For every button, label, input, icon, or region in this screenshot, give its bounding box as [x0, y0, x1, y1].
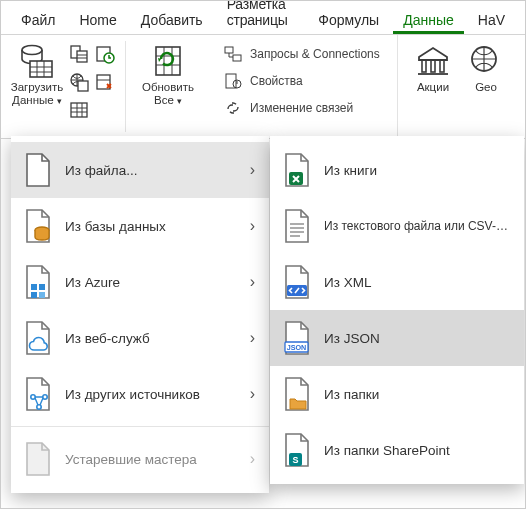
menu-from-other[interactable]: Из других источников › — [11, 366, 269, 422]
svg-rect-1 — [30, 61, 52, 77]
svg-rect-27 — [233, 55, 241, 61]
submenu-csv-label: Из текстового файла или CSV-файла — [324, 219, 510, 233]
tab-home[interactable]: Home — [69, 6, 126, 34]
submenu-json-label: Из JSON — [324, 331, 510, 346]
svg-rect-38 — [39, 284, 45, 290]
file-grey-icon — [21, 440, 55, 478]
svg-rect-39 — [31, 292, 37, 298]
submenu-xml-label: Из XML — [324, 275, 510, 290]
svg-rect-31 — [422, 60, 426, 72]
submenu-folder-label: Из папки — [324, 387, 510, 402]
queries-icon — [222, 45, 244, 63]
menu-from-web-label: Из веб-служб — [65, 331, 240, 346]
tab-strip: Файл Home Добавить Разметка страницы Фор… — [1, 1, 525, 35]
menu-from-database-label: Из базы данных — [65, 219, 240, 234]
tab-file[interactable]: Файл — [11, 6, 65, 34]
tab-page-layout[interactable]: Разметка страницы — [217, 0, 317, 34]
chevron-right-icon: › — [250, 450, 255, 468]
get-data-label-1: Загрузить — [11, 81, 64, 94]
submenu-from-sharepoint-folder[interactable]: S Из папки SharePoint — [270, 422, 524, 478]
svg-rect-32 — [431, 60, 435, 72]
menu-separator — [11, 426, 269, 427]
menu-from-file-label: Из файла... — [65, 163, 240, 178]
file-json-icon: JSON — [280, 319, 314, 357]
file-xml-icon — [280, 263, 314, 301]
tab-formulas[interactable]: Формулы — [308, 6, 389, 34]
file-folder-icon — [280, 375, 314, 413]
get-data-button[interactable]: Загрузить Данные ▾ — [9, 39, 65, 134]
stocks-label: Акции — [417, 81, 449, 94]
chevron-right-icon: › — [250, 217, 255, 235]
links-icon — [222, 99, 244, 117]
queries-connections-button[interactable]: Запросы & Connections — [218, 43, 389, 65]
file-sharepoint-icon: S — [280, 431, 314, 469]
file-network-icon — [21, 375, 55, 413]
properties-icon — [222, 72, 244, 90]
menu-legacy-wizards[interactable]: Устаревшие мастера › — [11, 431, 269, 487]
svg-text:S: S — [292, 455, 298, 465]
menu-from-other-label: Из других источников — [65, 387, 240, 402]
svg-rect-11 — [78, 81, 88, 91]
svg-rect-26 — [225, 47, 233, 53]
database-grid-icon — [20, 41, 54, 81]
get-data-label-2: Данные ▾ — [12, 94, 62, 107]
bank-icon — [415, 41, 451, 81]
chevron-right-icon: › — [250, 385, 255, 403]
menu-from-file[interactable]: Из файла... › — [11, 142, 269, 198]
globe-icon — [470, 41, 502, 81]
tab-view-partial[interactable]: НаV — [468, 6, 515, 34]
edit-links-button[interactable]: Изменение связей — [218, 97, 389, 119]
geo-label: Geo — [475, 81, 497, 94]
chevron-right-icon: › — [250, 161, 255, 179]
submenu-from-json[interactable]: JSON Из JSON — [270, 310, 524, 366]
menu-from-azure[interactable]: Из Azure › — [11, 254, 269, 310]
svg-rect-33 — [440, 60, 444, 72]
svg-point-0 — [22, 46, 42, 55]
properties-button[interactable]: Свойства — [218, 70, 389, 92]
svg-rect-40 — [39, 292, 45, 298]
submenu-from-xml[interactable]: Из XML — [270, 254, 524, 310]
svg-rect-7 — [77, 51, 87, 62]
refresh-label-1: Обновить — [142, 81, 194, 94]
from-table-range-icon[interactable] — [67, 99, 91, 121]
from-text-csv-icon[interactable] — [67, 43, 91, 65]
file-db-icon — [21, 207, 55, 245]
menu-from-azure-label: Из Azure — [65, 275, 240, 290]
ribbon: Загрузить Данные ▾ — [1, 35, 525, 139]
submenu-sharepoint-label: Из папки SharePoint — [324, 443, 510, 458]
refresh-label-2: Все ▾ — [154, 94, 182, 107]
chevron-right-icon: › — [250, 329, 255, 347]
tab-data[interactable]: Данные — [393, 6, 464, 34]
submenu-from-workbook[interactable]: Из книги — [270, 142, 524, 198]
svg-rect-37 — [31, 284, 37, 290]
svg-text:JSON: JSON — [287, 343, 307, 352]
from-web-icon[interactable] — [67, 71, 91, 93]
submenu-workbook-label: Из книги — [324, 163, 510, 178]
recent-sources-icon[interactable] — [93, 43, 117, 65]
refresh-icon — [151, 41, 185, 81]
file-icon — [21, 151, 55, 189]
file-cloud-icon — [21, 319, 55, 357]
menu-from-database[interactable]: Из базы данных › — [11, 198, 269, 254]
from-file-submenu: Из книги Из текстового файла или CSV-фай… — [270, 136, 524, 484]
properties-label: Свойства — [250, 74, 303, 88]
submenu-from-csv[interactable]: Из текстового файла или CSV-файла — [270, 198, 524, 254]
menu-legacy-label: Устаревшие мастера — [65, 452, 240, 467]
refresh-all-button[interactable]: Обновить Все ▾ — [134, 39, 202, 107]
chevron-right-icon: › — [250, 273, 255, 291]
file-azure-icon — [21, 263, 55, 301]
edit-links-label: Изменение связей — [250, 101, 353, 115]
geography-button[interactable]: Geo — [466, 39, 506, 134]
existing-connections-icon[interactable] — [93, 71, 117, 93]
stocks-button[interactable]: Акции — [406, 39, 460, 134]
submenu-from-folder[interactable]: Из папки — [270, 366, 524, 422]
file-text-icon — [280, 207, 314, 245]
get-data-menu: Из файла... › Из базы данных › Из Azure … — [11, 136, 269, 493]
menu-from-web-services[interactable]: Из веб-служб › — [11, 310, 269, 366]
file-excel-icon — [280, 151, 314, 189]
queries-label: Запросы & Connections — [250, 47, 380, 61]
tab-add[interactable]: Добавить — [131, 6, 213, 34]
svg-rect-12 — [71, 103, 87, 117]
